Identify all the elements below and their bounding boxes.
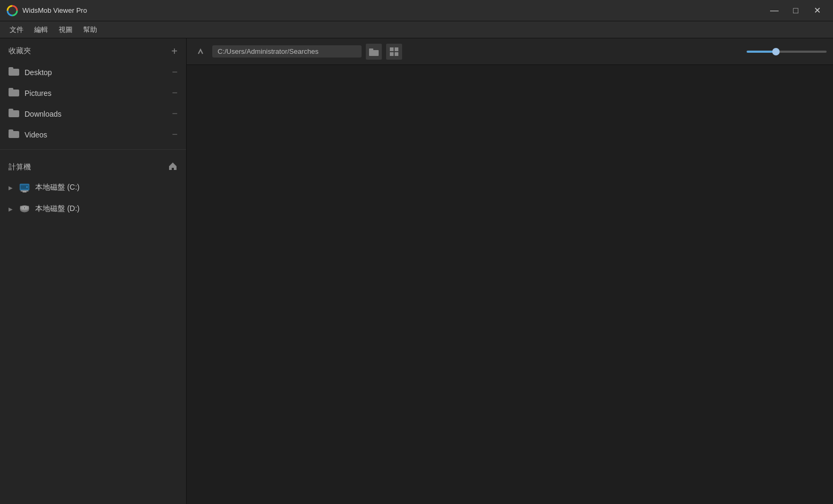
svg-rect-22	[390, 47, 394, 51]
content-main	[187, 65, 833, 504]
zoom-slider-container	[747, 51, 827, 53]
remove-pictures-button[interactable]: −	[172, 87, 178, 99]
remove-downloads-button[interactable]: −	[172, 108, 178, 119]
computer-title: 計算機	[9, 162, 31, 172]
menu-edit[interactable]: 編輯	[29, 23, 53, 37]
zoom-slider[interactable]	[747, 51, 827, 53]
svg-rect-20	[369, 50, 379, 56]
sidebar-item-downloads[interactable]: Downloads −	[0, 103, 186, 124]
c-drive-label: 本地磁盤 (C:)	[35, 183, 79, 192]
folder-icon-pictures	[9, 87, 19, 99]
sidebar-item-d-drive[interactable]: ▶ 本地磁盤 (D:)	[0, 198, 186, 220]
app-title: WidsMob Viewer Pro	[22, 6, 765, 14]
menu-file[interactable]: 文件	[4, 23, 29, 37]
path-bar[interactable]: C:/Users/Administrator/Searches	[212, 45, 362, 58]
drive-icon-d	[18, 202, 31, 215]
view-folder-button[interactable]	[366, 44, 382, 60]
drive-icon-c	[18, 181, 31, 194]
menu-bar: 文件 編輯 視圖 幫助	[0, 21, 833, 38]
menu-view[interactable]: 視圖	[53, 23, 78, 37]
remove-videos-button[interactable]: −	[172, 129, 178, 140]
folder-icon-desktop	[9, 66, 19, 78]
minimize-button[interactable]: —	[765, 3, 784, 19]
close-button[interactable]: ✕	[807, 3, 827, 19]
folder-icon-downloads	[9, 108, 19, 120]
title-bar: WidsMob Viewer Pro — □ ✕	[0, 0, 833, 21]
svg-rect-8	[9, 129, 13, 132]
svg-rect-2	[9, 67, 13, 70]
svg-point-19	[24, 207, 25, 208]
expand-arrow-c: ▶	[9, 185, 15, 191]
expand-arrow-d: ▶	[9, 206, 15, 212]
app-icon	[6, 5, 18, 17]
svg-rect-12	[22, 191, 26, 192]
content-toolbar: C:/Users/Administrator/Searches	[187, 38, 833, 65]
sidebar-item-pictures-label: Pictures	[25, 89, 172, 97]
nav-up-button[interactable]	[193, 44, 208, 59]
add-favorite-button[interactable]: +	[171, 46, 178, 56]
content-area: C:/Users/Administrator/Searches	[187, 38, 833, 504]
computer-home-button[interactable]	[168, 161, 178, 173]
svg-rect-4	[9, 88, 13, 91]
svg-rect-11	[21, 191, 29, 192]
sidebar-item-downloads-label: Downloads	[25, 110, 172, 118]
computer-section: 計算機 ▶	[0, 154, 186, 220]
window-controls: — □ ✕	[765, 3, 827, 19]
svg-rect-23	[395, 47, 398, 51]
computer-section-header: 計算機	[0, 154, 186, 177]
maximize-button[interactable]: □	[786, 3, 805, 19]
folder-icon-videos	[9, 128, 19, 141]
sidebar-item-videos[interactable]: Videos −	[0, 124, 186, 145]
svg-point-13	[26, 186, 28, 188]
sidebar-item-desktop[interactable]: Desktop −	[0, 62, 186, 83]
svg-rect-6	[9, 109, 13, 111]
sidebar-item-pictures[interactable]: Pictures −	[0, 83, 186, 103]
svg-rect-21	[369, 48, 373, 51]
sidebar-divider	[0, 149, 186, 150]
sidebar-item-desktop-label: Desktop	[25, 68, 172, 77]
favorites-section-header: 收藏夾 +	[0, 38, 186, 62]
menu-help[interactable]: 幫助	[78, 23, 102, 37]
favorites-title: 收藏夾	[9, 46, 31, 56]
remove-desktop-button[interactable]: −	[172, 67, 178, 78]
sidebar-item-c-drive[interactable]: ▶ 本地磁盤 (C:)	[0, 177, 186, 198]
view-grid-button[interactable]	[386, 44, 402, 60]
d-drive-label: 本地磁盤 (D:)	[35, 204, 79, 214]
svg-rect-25	[395, 52, 398, 56]
sidebar: 收藏夾 + Desktop − Pictures −	[0, 38, 187, 504]
svg-rect-24	[390, 52, 394, 56]
sidebar-item-videos-label: Videos	[25, 131, 172, 139]
main-layout: 收藏夾 + Desktop − Pictures −	[0, 38, 833, 504]
